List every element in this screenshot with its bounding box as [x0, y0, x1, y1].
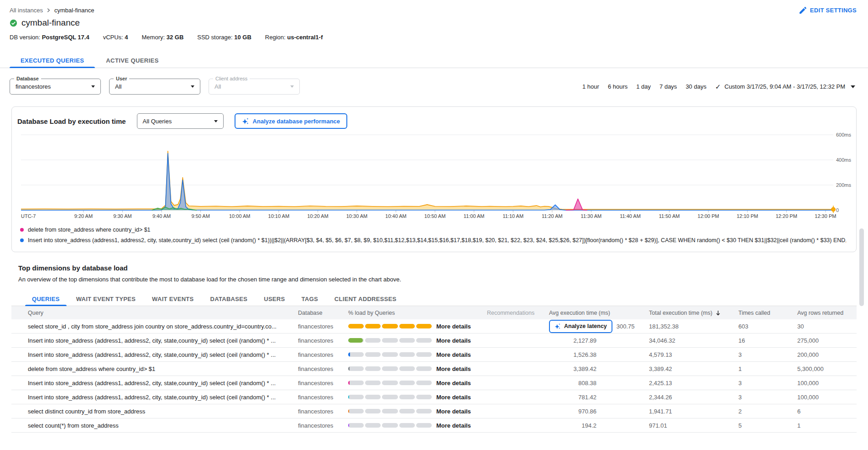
- filter-row: Database financestores User All Client a…: [0, 79, 868, 95]
- times-called-value: 3: [734, 351, 792, 358]
- analyze-latency-button[interactable]: Analyze latency: [549, 320, 612, 333]
- chevron-down-icon: [191, 85, 194, 88]
- breadcrumb: All instances cymbal-finance: [10, 7, 94, 14]
- svg-text:600ms: 600ms: [836, 132, 852, 138]
- top-dimensions-section: Top dimensions by database load An overv…: [11, 264, 857, 433]
- client-address-filter-value: All: [214, 83, 221, 90]
- database-load-card: Database Load by execution time All Quer…: [11, 106, 857, 252]
- query-dimension-value: All Queries: [143, 118, 172, 125]
- time-range-option[interactable]: 1 hour: [582, 83, 599, 90]
- svg-text:400ms: 400ms: [836, 157, 852, 163]
- user-filter-select[interactable]: User All: [109, 79, 200, 95]
- query-text-link[interactable]: Insert into store_address (address1, add…: [28, 394, 276, 401]
- svg-text:9:40 AM: 9:40 AM: [152, 213, 171, 219]
- dimension-tab-tags[interactable]: TAGS: [295, 292, 325, 306]
- svg-text:0: 0: [836, 207, 839, 213]
- table-row: select distinct country_id from store_ad…: [11, 404, 857, 418]
- analyze-database-performance-button[interactable]: Analyze database performance: [235, 113, 347, 129]
- breadcrumb-all-instances[interactable]: All instances: [10, 7, 43, 14]
- load-bar: [348, 338, 432, 343]
- more-details-link[interactable]: More details: [436, 365, 471, 372]
- avg-execution-time-value: 808.38: [549, 380, 596, 386]
- instance-info-row: DB version: PostgreSQL 17.4vCPUs: 4Memor…: [0, 28, 868, 41]
- col-recommendations: Recommendations: [481, 310, 544, 316]
- instance-info-item: Memory: 32 GB: [142, 34, 184, 41]
- top-dimensions-subtitle: An overview of the top dimensions that c…: [18, 276, 857, 283]
- svg-text:11:30 AM: 11:30 AM: [581, 213, 602, 219]
- user-filter-value: All: [115, 83, 121, 90]
- instance-info-item: Region: us-central1-f: [265, 34, 323, 41]
- dimension-tab-wait-event-types[interactable]: WAIT EVENT TYPES: [69, 292, 142, 306]
- svg-text:11:10 AM: 11:10 AM: [502, 213, 523, 219]
- more-details-link[interactable]: More details: [436, 351, 471, 358]
- database-cell: financestores: [293, 337, 344, 344]
- svg-text:12:00 PM: 12:00 PM: [698, 213, 719, 219]
- sparkle-icon: [242, 117, 249, 125]
- instance-info-item: DB version: PostgreSQL 17.4: [10, 34, 89, 41]
- query-text-link[interactable]: select distinct country_id from store_ad…: [28, 408, 145, 415]
- avg-execution-time-value: 970.86: [549, 408, 596, 415]
- database-cell: financestores: [293, 422, 344, 429]
- dimension-tab-databases[interactable]: DATABASES: [204, 292, 255, 306]
- query-text-link[interactable]: Insert into store_address (address1, add…: [28, 337, 276, 344]
- legend-item: Insert into store_address (address1, add…: [20, 237, 846, 244]
- avg-rows-returned-value: 1: [792, 422, 857, 429]
- dimension-tabs: QUERIESWAIT EVENT TYPESWAIT EVENTSDATABA…: [11, 292, 857, 306]
- more-details-link[interactable]: More details: [436, 394, 471, 401]
- database-filter-select[interactable]: Database financestores: [10, 79, 101, 95]
- more-details-link[interactable]: More details: [436, 337, 471, 344]
- time-range-option[interactable]: 30 days: [685, 83, 706, 90]
- instance-info-item: SSD storage: 10 GB: [197, 34, 251, 41]
- load-bar: [348, 395, 432, 399]
- svg-text:12:30 PM: 12:30 PM: [815, 213, 836, 219]
- load-bar: [348, 324, 432, 328]
- avg-execution-time-value: 300.75: [617, 323, 635, 330]
- time-range-option[interactable]: 6 hours: [608, 83, 627, 90]
- query-text-link[interactable]: Insert into store_address (address1, add…: [28, 380, 276, 386]
- more-details-link[interactable]: More details: [436, 408, 471, 415]
- database-cell: financestores: [293, 351, 344, 358]
- query-text-link[interactable]: select count(*) from store_address: [28, 422, 119, 429]
- dimension-tab-queries[interactable]: QUERIES: [25, 292, 67, 306]
- time-range-option[interactable]: 7 days: [659, 83, 677, 90]
- sparkle-icon: [554, 323, 561, 329]
- load-bar: [348, 409, 432, 413]
- more-details-link[interactable]: More details: [436, 380, 471, 386]
- edit-settings-button[interactable]: EDIT SETTINGS: [800, 7, 857, 14]
- time-range-options: 1 hour6 hours1 day7 days30 days: [582, 83, 706, 90]
- query-text-link[interactable]: select store_id , city from store_addres…: [28, 323, 277, 330]
- col-total-execution-time[interactable]: Total execution time (ms): [643, 310, 734, 316]
- avg-rows-returned-value: 275,000: [792, 337, 857, 344]
- database-load-chart[interactable]: 600ms400ms200ms0UTC-79:20 AM9:30 AM9:40 …: [17, 132, 851, 222]
- svg-text:12:10 PM: 12:10 PM: [737, 213, 758, 219]
- load-bar: [348, 366, 432, 371]
- query-text-link[interactable]: Insert into store_address (address1, add…: [28, 351, 276, 358]
- more-details-link[interactable]: More details: [436, 422, 471, 429]
- vertical-scrollbar-thumb[interactable]: [859, 228, 864, 306]
- tab-active-queries[interactable]: ACTIVE QUERIES: [95, 53, 169, 68]
- query-insights-page: All instances cymbal-finance EDIT SETTIN…: [0, 0, 868, 450]
- svg-text:UTC-7: UTC-7: [21, 213, 36, 219]
- time-range-selector: 1 hour6 hours1 day7 days30 days ✓ Custom…: [582, 83, 855, 91]
- chevron-down-icon: [214, 120, 218, 122]
- tab-executed-queries[interactable]: EXECUTED QUERIES: [10, 53, 95, 68]
- total-execution-time-value: 2,425.13: [643, 380, 734, 386]
- more-details-link[interactable]: More details: [436, 323, 471, 330]
- col-load: % load by Queries: [344, 310, 481, 316]
- svg-text:200ms: 200ms: [836, 182, 852, 188]
- time-range-option[interactable]: 1 day: [636, 83, 651, 90]
- dimension-tab-wait-events[interactable]: WAIT EVENTS: [145, 292, 200, 306]
- total-execution-time-value: 3,389.42: [643, 365, 734, 372]
- avg-execution-time-value: 194.2: [549, 422, 596, 429]
- top-dimensions-title: Top dimensions by database load: [18, 264, 857, 272]
- dimension-tab-users[interactable]: USERS: [257, 292, 292, 306]
- total-execution-time-value: 34,046.32: [643, 337, 734, 344]
- query-dimension-select[interactable]: All Queries: [137, 113, 224, 129]
- svg-text:10:20 AM: 10:20 AM: [307, 213, 328, 219]
- dimension-tab-client-addresses[interactable]: CLIENT ADDRESSES: [328, 292, 403, 306]
- times-called-value: 3: [734, 394, 792, 401]
- col-query: Query: [11, 310, 293, 316]
- query-text-link[interactable]: delete from store_address where country_…: [28, 365, 155, 372]
- custom-time-range[interactable]: ✓ Custom 3/17/25, 9:04 AM - 3/17/25, 12:…: [715, 83, 855, 91]
- times-called-value: 16: [734, 337, 792, 344]
